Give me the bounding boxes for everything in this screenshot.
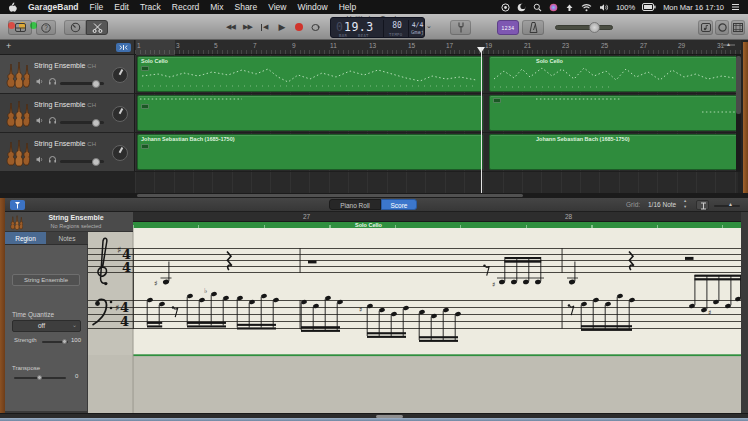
region-track3-a[interactable]: Johann Sebastian Bach (1685-1750) xyxy=(137,134,483,170)
note-display-button[interactable] xyxy=(698,20,713,35)
wifi-icon[interactable] xyxy=(581,3,592,12)
status-moon-icon[interactable] xyxy=(517,3,526,12)
editor-zoom-thumb[interactable]: ▲ xyxy=(728,201,733,207)
grid-stepper[interactable]: ▴▾ xyxy=(684,198,686,210)
apple-menu-icon[interactable] xyxy=(8,2,17,12)
tab-region[interactable]: Region xyxy=(5,232,46,245)
track-volume-slider[interactable] xyxy=(60,82,104,85)
menu-item-mix[interactable]: Mix xyxy=(210,2,223,12)
editor-header: Piano Roll Score Grid: 1/16 Note ▴▾ ▲ xyxy=(0,198,748,212)
catch-playhead-icon xyxy=(10,200,25,210)
track-pan-knob[interactable] xyxy=(112,145,128,161)
library-toggle-button[interactable] xyxy=(8,20,32,35)
tab-piano-roll[interactable]: Piano Roll xyxy=(329,199,381,210)
time-handles-button[interactable] xyxy=(696,200,709,210)
track-volume-thumb[interactable] xyxy=(92,158,100,166)
loop-browser-button[interactable] xyxy=(715,20,729,35)
tab-score[interactable]: Score xyxy=(381,199,417,210)
status-record-icon[interactable] xyxy=(501,3,510,12)
menu-item-file[interactable]: File xyxy=(90,2,104,12)
solo-headphones-icon[interactable] xyxy=(48,155,57,163)
tracks-hscroll-thumb[interactable] xyxy=(137,194,523,197)
tab-notes[interactable]: Notes xyxy=(46,232,88,245)
play-button[interactable]: ▶ xyxy=(273,19,290,35)
go-to-beginning-button[interactable]: ◀ xyxy=(256,19,273,35)
editors-button[interactable] xyxy=(86,20,108,35)
region-track2-a[interactable] xyxy=(137,95,483,131)
strength-slider[interactable] xyxy=(42,341,68,343)
region-track2-b[interactable] xyxy=(489,95,738,131)
region-label: Johann Sebastian Bach (1685-1750) xyxy=(536,136,630,142)
region-track1-a[interactable]: Solo Cello xyxy=(137,56,483,92)
rewind-button[interactable]: ◀◀ xyxy=(222,19,239,35)
volume-icon[interactable] xyxy=(599,3,609,12)
menu-item-view[interactable]: View xyxy=(268,2,286,12)
lcd-tempo[interactable]: 80 xyxy=(387,21,407,30)
transpose-slider[interactable] xyxy=(14,377,66,379)
solo-headphones-icon[interactable] xyxy=(48,77,57,85)
ruler-bar-number: 1 xyxy=(137,42,141,49)
fast-forward-button[interactable]: ▶▶ xyxy=(239,19,256,35)
time-quantize-dropdown[interactable]: off ⌄ xyxy=(12,320,81,332)
playhead-line[interactable] xyxy=(481,47,482,193)
notification-list-icon[interactable] xyxy=(731,3,740,11)
menu-item-window[interactable]: Window xyxy=(297,2,327,12)
lcd-time-sig[interactable]: 4/4 xyxy=(410,21,425,29)
lcd-chevron-icon[interactable]: ⌄ xyxy=(426,22,432,30)
cycle-button[interactable] xyxy=(307,19,324,35)
siri-icon[interactable] xyxy=(549,3,558,12)
tracks-vscroll-thumb[interactable] xyxy=(736,56,741,114)
grid-value-dropdown[interactable]: 1/16 Note xyxy=(648,201,676,208)
track-header-options-button[interactable] xyxy=(116,43,131,52)
count-in-button[interactable]: 1234 xyxy=(497,20,519,35)
menu-item-help[interactable]: Help xyxy=(339,2,356,12)
transpose-thumb[interactable] xyxy=(37,375,42,380)
track-volume-slider[interactable] xyxy=(60,121,104,124)
track-header-3[interactable]: String Ensemble CH xyxy=(0,133,135,172)
score-notation[interactable]: ♯ ♯ 4 4 4 4 ♯ ♯ xyxy=(88,228,741,413)
smart-controls-button[interactable] xyxy=(64,20,86,35)
ruler-zoom-control[interactable]: ▲ xyxy=(721,44,735,46)
track-header-1[interactable]: String Ensemble CH xyxy=(0,55,135,94)
airplay-up-icon[interactable] xyxy=(565,3,574,12)
region-track3-b[interactable]: Johann Sebastian Bach (1685-1750) xyxy=(489,134,738,170)
editor-zoom-slider[interactable]: ▲ xyxy=(714,205,740,207)
region-name-button[interactable]: String Ensemble xyxy=(12,274,80,286)
track-header-2[interactable]: String Ensemble CH xyxy=(0,94,135,133)
region-track1-b[interactable]: Solo Cello xyxy=(489,56,738,92)
add-track-button[interactable]: + xyxy=(6,41,11,51)
mute-icon[interactable] xyxy=(36,156,44,163)
mute-icon[interactable] xyxy=(36,78,44,85)
track-pan-knob[interactable] xyxy=(112,67,128,83)
metronome-button[interactable] xyxy=(522,20,544,35)
mute-icon[interactable] xyxy=(36,117,44,124)
menu-item-share[interactable]: Share xyxy=(234,2,257,12)
quick-help-button[interactable]: ? xyxy=(36,20,56,35)
track-name[interactable]: String Ensemble xyxy=(34,140,85,147)
menu-clock[interactable]: Mon Mar 16 17:10 xyxy=(663,3,724,12)
lcd-key[interactable]: Gmaj xyxy=(410,29,425,35)
spotlight-search-icon[interactable] xyxy=(533,3,542,12)
track-pan-knob[interactable] xyxy=(112,106,128,122)
track-volume-thumb[interactable] xyxy=(92,119,100,127)
editor-ruler[interactable]: 27 28 xyxy=(133,212,741,222)
lcd-display[interactable]: 0 19.3 BAR BEAT 80 TEMPO 4/4 Gmaj xyxy=(330,17,425,38)
track-name[interactable]: String Ensemble xyxy=(34,62,85,69)
menu-item-track[interactable]: Track xyxy=(140,2,161,12)
track-name[interactable]: String Ensemble xyxy=(34,101,85,108)
menu-item-record[interactable]: Record xyxy=(172,2,199,12)
master-volume-thumb[interactable] xyxy=(589,22,600,33)
tuner-button[interactable] xyxy=(450,20,471,35)
media-browser-button[interactable] xyxy=(731,20,745,35)
timeline-ruler[interactable]: 1 3 5 7 9 11 13 15 17 19 21 23 25 27 29 … xyxy=(135,40,741,55)
catch-playhead-button[interactable] xyxy=(10,200,25,210)
solo-headphones-icon[interactable] xyxy=(48,116,57,124)
menu-item-edit[interactable]: Edit xyxy=(114,2,129,12)
record-button[interactable] xyxy=(290,19,307,35)
menu-item-garageband[interactable]: GarageBand xyxy=(28,2,79,12)
tracks-vertical-scrollbar[interactable] xyxy=(736,55,741,172)
track-volume-thumb[interactable] xyxy=(92,80,100,88)
track-volume-slider[interactable] xyxy=(60,160,104,163)
master-volume-slider[interactable] xyxy=(555,25,613,30)
strength-thumb[interactable] xyxy=(62,339,67,344)
